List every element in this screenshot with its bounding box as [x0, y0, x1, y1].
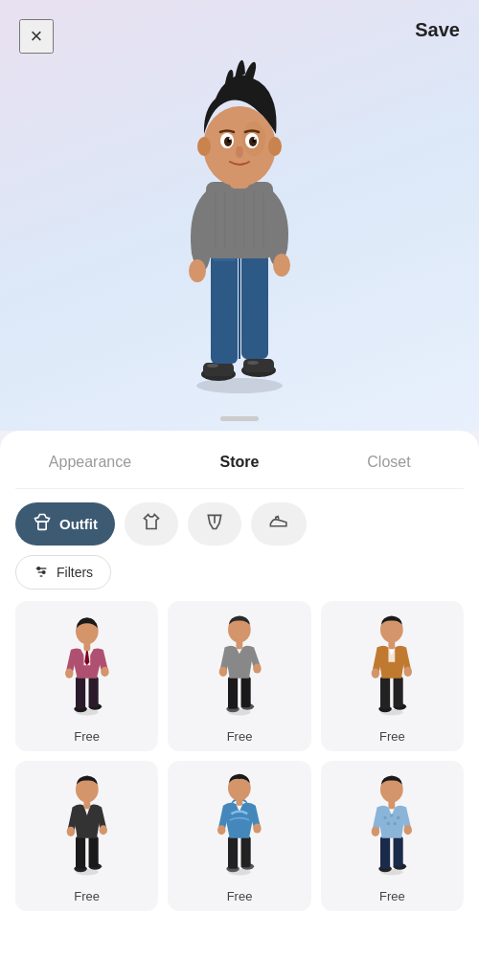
outfit-card-4[interactable]: Free [15, 761, 158, 911]
svg-rect-45 [88, 677, 98, 707]
outfit-price-1: Free [74, 724, 100, 751]
svg-rect-34 [38, 522, 46, 529]
svg-point-24 [197, 137, 211, 156]
outfit-card-2[interactable]: Free [168, 601, 310, 751]
outfit-image-6 [329, 768, 456, 883]
svg-rect-73 [76, 836, 85, 869]
svg-point-93 [384, 816, 387, 819]
outfit-image-3 [329, 609, 456, 724]
svg-rect-82 [228, 836, 238, 869]
top-icon [142, 512, 161, 536]
save-button[interactable]: Save [415, 19, 460, 41]
outfit-image-5 [175, 768, 303, 883]
outfit-card-3[interactable]: Free [321, 601, 464, 751]
filters-row: Filters [15, 555, 464, 601]
svg-rect-55 [241, 677, 251, 707]
svg-rect-4 [243, 359, 274, 372]
svg-point-99 [404, 825, 412, 835]
svg-rect-63 [380, 677, 390, 709]
pants-icon [205, 512, 224, 536]
svg-point-33 [254, 138, 256, 140]
svg-rect-74 [88, 836, 98, 867]
category-bottom-button[interactable] [188, 502, 241, 546]
svg-rect-91 [380, 836, 390, 869]
outfit-label: Outfit [59, 516, 98, 532]
svg-rect-92 [394, 836, 403, 867]
svg-point-20 [273, 254, 290, 277]
svg-rect-54 [228, 677, 238, 709]
svg-point-85 [253, 823, 261, 833]
close-button[interactable]: × [19, 19, 54, 54]
svg-point-19 [189, 259, 206, 282]
svg-point-95 [397, 816, 399, 819]
outfit-price-4: Free [74, 883, 100, 911]
svg-point-5 [207, 364, 218, 368]
bottom-panel: Appearance Store Closet Outfit [0, 431, 479, 980]
svg-point-94 [391, 813, 394, 816]
svg-point-6 [247, 361, 259, 365]
outfit-card-5[interactable]: Free [168, 761, 310, 911]
svg-point-32 [229, 138, 231, 140]
svg-rect-64 [394, 677, 403, 707]
svg-point-76 [99, 825, 106, 835]
outfit-price-6: Free [379, 883, 405, 911]
filters-button[interactable]: Filters [15, 555, 111, 590]
category-row: Outfit [15, 489, 464, 555]
avatar-section: × Save [0, 0, 479, 431]
outfit-price-5: Free [227, 883, 253, 911]
svg-point-25 [268, 137, 282, 156]
outfit-icon [33, 512, 52, 536]
outfit-image-4 [23, 768, 150, 883]
tab-bar: Appearance Store Closet [15, 431, 464, 489]
svg-rect-44 [76, 677, 85, 709]
category-outfit-button[interactable]: Outfit [15, 502, 115, 546]
svg-point-47 [65, 669, 73, 679]
avatar-svg [134, 33, 345, 397]
outfit-grid: Free [15, 601, 464, 911]
svg-rect-83 [241, 836, 251, 867]
tab-appearance[interactable]: Appearance [15, 448, 165, 477]
tab-closet[interactable]: Closet [314, 448, 464, 477]
svg-rect-8 [241, 254, 268, 359]
svg-point-40 [42, 571, 45, 574]
svg-point-0 [196, 378, 283, 393]
scroll-indicator [220, 416, 259, 421]
category-shoes-button[interactable] [251, 502, 307, 546]
filters-icon [34, 565, 49, 580]
svg-point-56 [219, 667, 227, 677]
avatar-figure [134, 33, 345, 397]
svg-rect-7 [211, 254, 238, 364]
svg-point-96 [387, 822, 390, 825]
outfit-image-1 [23, 609, 150, 724]
svg-point-48 [101, 667, 108, 677]
tab-store[interactable]: Store [165, 448, 314, 477]
outfit-image-2 [175, 609, 303, 724]
svg-point-98 [372, 827, 379, 836]
outfit-card-6[interactable]: Free [321, 761, 464, 911]
outfit-card-1[interactable]: Free [15, 601, 158, 751]
svg-point-67 [404, 667, 412, 677]
svg-point-57 [253, 663, 261, 673]
svg-point-39 [37, 568, 40, 570]
svg-rect-65 [389, 648, 396, 662]
filters-label: Filters [57, 565, 93, 580]
shoes-icon [268, 512, 289, 536]
svg-point-84 [217, 825, 225, 835]
category-top-button[interactable] [125, 502, 178, 546]
outfit-price-3: Free [379, 724, 405, 751]
svg-rect-12 [206, 182, 273, 258]
svg-point-66 [372, 669, 379, 679]
svg-point-75 [67, 827, 75, 836]
outfit-price-2: Free [227, 724, 253, 751]
svg-point-97 [394, 822, 397, 825]
